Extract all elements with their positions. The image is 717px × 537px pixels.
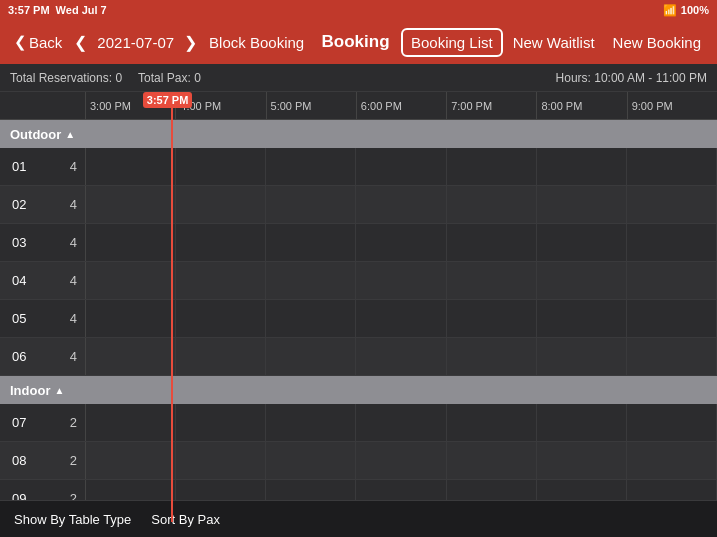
table-row-grid xyxy=(85,442,717,479)
table-capacity: 2 xyxy=(50,453,85,468)
grid-cell[interactable] xyxy=(537,148,627,185)
table-id: 08 xyxy=(0,453,50,468)
grid-cell[interactable] xyxy=(266,224,356,261)
total-pax-value: 0 xyxy=(194,71,201,85)
grid-cell[interactable] xyxy=(266,338,356,375)
grid-cell[interactable] xyxy=(86,300,176,337)
grid-cell[interactable] xyxy=(447,404,537,441)
grid-cell[interactable] xyxy=(627,300,717,337)
grid-cell[interactable] xyxy=(176,300,266,337)
section-collapse-icon: ▲ xyxy=(65,129,75,140)
grid-cell[interactable] xyxy=(86,186,176,223)
table-row-grid xyxy=(85,404,717,441)
grid-cell[interactable] xyxy=(447,186,537,223)
grid-cell[interactable] xyxy=(447,442,537,479)
next-date-button[interactable]: ❯ xyxy=(182,29,199,56)
grid-cell[interactable] xyxy=(266,300,356,337)
grid-cell[interactable] xyxy=(537,186,627,223)
sections-container: Outdoor▲014024034044054064Indoor▲0720820… xyxy=(0,120,717,522)
grid-cell[interactable] xyxy=(266,148,356,185)
time-slot-label: 6:00 PM xyxy=(356,92,446,120)
grid-cell[interactable] xyxy=(537,300,627,337)
grid-cell[interactable] xyxy=(627,148,717,185)
grid-cell[interactable] xyxy=(537,442,627,479)
grid-cell[interactable] xyxy=(86,262,176,299)
grid-cell[interactable] xyxy=(627,186,717,223)
grid-cell[interactable] xyxy=(356,442,446,479)
new-booking-button[interactable]: New Booking xyxy=(605,30,709,55)
grid-cell[interactable] xyxy=(86,224,176,261)
grid-cell[interactable] xyxy=(176,442,266,479)
grid-cell[interactable] xyxy=(356,186,446,223)
sort-by-pax-button[interactable]: Sort By Pax xyxy=(151,512,220,527)
table-capacity: 2 xyxy=(50,415,85,430)
grid-cell[interactable] xyxy=(266,186,356,223)
grid-cell[interactable] xyxy=(627,338,717,375)
grid-cell[interactable] xyxy=(356,262,446,299)
grid-cell[interactable] xyxy=(356,148,446,185)
booking-list-button[interactable]: Booking List xyxy=(401,28,503,57)
grid-cell[interactable] xyxy=(356,404,446,441)
grid-cell[interactable] xyxy=(627,262,717,299)
table-id: 07 xyxy=(0,415,50,430)
total-reservations-value: 0 xyxy=(115,71,122,85)
table-row-grid xyxy=(85,186,717,223)
grid-cell[interactable] xyxy=(537,262,627,299)
back-button[interactable]: ❮ Back xyxy=(8,29,68,55)
grid-cell[interactable] xyxy=(356,300,446,337)
grid-cell[interactable] xyxy=(176,186,266,223)
nav-bar: ❮ Back ❮ 2021-07-07 ❯ Block Booking Book… xyxy=(0,20,717,64)
info-bar: Total Reservations: 0 Total Pax: 0 Hours… xyxy=(0,64,717,92)
table-row[interactable]: 054 xyxy=(0,300,717,338)
grid-cell[interactable] xyxy=(627,404,717,441)
grid-cell[interactable] xyxy=(447,148,537,185)
prev-date-button[interactable]: ❮ xyxy=(72,29,89,56)
grid-cell[interactable] xyxy=(86,148,176,185)
grid-cell[interactable] xyxy=(447,338,537,375)
section-name: Indoor xyxy=(10,383,50,398)
table-row[interactable]: 044 xyxy=(0,262,717,300)
grid-cell[interactable] xyxy=(266,262,356,299)
grid-cell[interactable] xyxy=(176,404,266,441)
time-slot-label: 8:00 PM xyxy=(536,92,626,120)
grid-cell[interactable] xyxy=(176,262,266,299)
table-row[interactable]: 072 xyxy=(0,404,717,442)
table-row[interactable]: 064 xyxy=(0,338,717,376)
grid-cell[interactable] xyxy=(447,300,537,337)
table-row[interactable]: 014 xyxy=(0,148,717,186)
grid-cell[interactable] xyxy=(266,442,356,479)
table-row[interactable]: 082 xyxy=(0,442,717,480)
grid-cell[interactable] xyxy=(356,224,446,261)
grid-cell[interactable] xyxy=(86,404,176,441)
status-time: 3:57 PM xyxy=(8,4,50,16)
back-label: Back xyxy=(29,34,62,51)
show-by-table-type-button[interactable]: Show By Table Type xyxy=(14,512,131,527)
nav-actions: Booking List New Waitlist New Booking xyxy=(401,28,709,57)
status-bar: 3:57 PM Wed Jul 7 📶 100% xyxy=(0,0,717,20)
time-header: 3:00 PM4:00 PM5:00 PM6:00 PM7:00 PM8:00 … xyxy=(0,92,717,120)
current-time-label: 3:57 PM xyxy=(143,92,193,108)
grid-cell[interactable] xyxy=(176,224,266,261)
grid-cell[interactable] xyxy=(266,404,356,441)
grid-cell[interactable] xyxy=(447,224,537,261)
grid-cell[interactable] xyxy=(627,442,717,479)
section-header[interactable]: Indoor▲ xyxy=(0,376,717,404)
block-booking-button[interactable]: Block Booking xyxy=(203,30,310,55)
table-row[interactable]: 024 xyxy=(0,186,717,224)
new-waitlist-button[interactable]: New Waitlist xyxy=(505,30,603,55)
table-id: 04 xyxy=(0,273,50,288)
section-header[interactable]: Outdoor▲ xyxy=(0,120,717,148)
table-row[interactable]: 034 xyxy=(0,224,717,262)
grid-cell[interactable] xyxy=(627,224,717,261)
grid-cell[interactable] xyxy=(537,404,627,441)
grid-cell[interactable] xyxy=(176,338,266,375)
grid-cell[interactable] xyxy=(537,338,627,375)
grid-cell[interactable] xyxy=(356,338,446,375)
grid-cell[interactable] xyxy=(537,224,627,261)
hours-info: Hours: 10:00 AM - 11:00 PM xyxy=(556,71,707,85)
grid-cell[interactable] xyxy=(447,262,537,299)
grid-cell[interactable] xyxy=(176,148,266,185)
grid-cell[interactable] xyxy=(86,338,176,375)
grid-cell[interactable] xyxy=(86,442,176,479)
total-pax-label: Total Pax: 0 xyxy=(138,71,201,85)
